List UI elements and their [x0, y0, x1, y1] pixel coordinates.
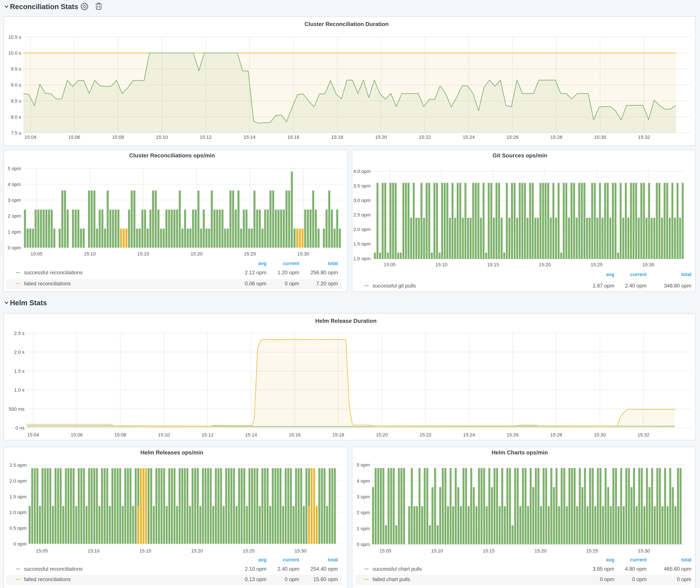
svg-text:15:20: 15:20: [191, 548, 203, 554]
svg-text:15:20: 15:20: [376, 432, 388, 438]
svg-text:total: total: [681, 272, 691, 277]
svg-text:current: current: [630, 557, 647, 562]
svg-text:0 opm: 0 opm: [632, 576, 647, 582]
svg-text:15:30: 15:30: [594, 134, 606, 140]
svg-text:1.0 opm: 1.0 opm: [353, 256, 371, 261]
svg-text:15:22: 15:22: [419, 432, 431, 438]
svg-text:15:22: 15:22: [419, 134, 431, 140]
svg-text:15:28: 15:28: [550, 134, 562, 140]
svg-text:15:05: 15:05: [36, 548, 48, 554]
svg-text:15:26: 15:26: [507, 432, 519, 438]
svg-text:7.5 s: 7.5 s: [11, 130, 21, 136]
svg-text:15:25: 15:25: [243, 548, 255, 554]
svg-text:15:05: 15:05: [379, 548, 391, 554]
svg-text:8.5 s: 8.5 s: [11, 98, 21, 104]
svg-text:1.5 opm: 1.5 opm: [353, 241, 371, 247]
svg-text:15:12: 15:12: [202, 432, 213, 438]
svg-text:4.0 opm: 4.0 opm: [353, 169, 371, 174]
svg-text:3.0 opm: 3.0 opm: [353, 198, 371, 203]
svg-text:Helm Stats: Helm Stats: [10, 299, 47, 307]
svg-text:1.5 s: 1.5 s: [14, 368, 24, 374]
svg-text:1 opm: 1 opm: [357, 526, 370, 531]
svg-text:0 opm: 0 opm: [8, 245, 21, 250]
svg-text:15:15: 15:15: [483, 548, 495, 554]
svg-text:successful reconciliations: successful reconciliations: [24, 566, 83, 572]
svg-text:failed chart pulls: failed chart pulls: [373, 576, 410, 582]
svg-text:2.0 s: 2.0 s: [14, 349, 24, 355]
svg-text:0 opm: 0 opm: [357, 542, 370, 547]
svg-text:15:04: 15:04: [27, 432, 39, 438]
svg-text:15:32: 15:32: [637, 432, 649, 438]
svg-text:successful reconciliations: successful reconciliations: [24, 270, 83, 275]
svg-text:1 opm: 1 opm: [8, 229, 21, 235]
svg-text:15:25: 15:25: [586, 548, 598, 554]
svg-text:15:08: 15:08: [112, 134, 124, 140]
svg-text:2.5 opm: 2.5 opm: [10, 462, 27, 468]
svg-text:0 opm: 0 opm: [13, 541, 27, 547]
svg-text:9.0 s: 9.0 s: [11, 82, 21, 88]
svg-text:2 opm: 2 opm: [357, 510, 370, 515]
svg-text:total: total: [681, 557, 691, 562]
svg-text:total: total: [328, 557, 338, 562]
svg-text:15:20: 15:20: [375, 134, 387, 140]
svg-text:1.0 opm: 1.0 opm: [10, 510, 27, 515]
svg-text:500 ms: 500 ms: [9, 406, 24, 412]
svg-text:Helm Charts ops/min: Helm Charts ops/min: [492, 449, 548, 456]
svg-text:15:30: 15:30: [638, 548, 650, 554]
svg-text:4 opm: 4 opm: [8, 182, 21, 187]
svg-text:15:08: 15:08: [114, 432, 126, 438]
svg-text:avg: avg: [258, 261, 266, 266]
svg-text:15:30: 15:30: [594, 432, 606, 438]
svg-text:2.40 opm: 2.40 opm: [625, 283, 647, 289]
svg-text:5 opm: 5 opm: [357, 462, 370, 468]
svg-text:15:05: 15:05: [384, 262, 396, 267]
svg-text:Cluster Reconciliation Duratio: Cluster Reconciliation Duration: [305, 21, 389, 27]
svg-text:4 opm: 4 opm: [357, 478, 370, 484]
svg-text:2 opm: 2 opm: [8, 213, 21, 219]
svg-text:Helm Release Duration: Helm Release Duration: [315, 318, 376, 324]
svg-text:2.0 opm: 2.0 opm: [353, 227, 371, 232]
svg-text:15:12: 15:12: [200, 134, 212, 140]
svg-text:15:15: 15:15: [139, 548, 151, 554]
svg-text:1.20 opm: 1.20 opm: [277, 270, 299, 275]
svg-text:15:25: 15:25: [244, 251, 256, 257]
svg-text:15:10: 15:10: [431, 548, 443, 554]
svg-text:4.80 opm: 4.80 opm: [625, 566, 647, 572]
svg-text:current: current: [630, 272, 647, 277]
svg-text:15:15: 15:15: [487, 262, 499, 267]
svg-text:successful chart pulls: successful chart pulls: [373, 566, 422, 572]
svg-text:successful git pulls: successful git pulls: [373, 283, 416, 289]
svg-text:346.80 opm: 346.80 opm: [664, 283, 691, 289]
svg-text:15:06: 15:06: [68, 134, 80, 140]
svg-text:2.0 opm: 2.0 opm: [10, 478, 27, 484]
svg-text:15.60 opm: 15.60 opm: [313, 576, 338, 582]
svg-text:15:28: 15:28: [550, 432, 562, 438]
svg-text:Reconciliation Stats: Reconciliation Stats: [10, 3, 78, 11]
svg-text:15:15: 15:15: [137, 251, 149, 257]
svg-text:2.12 opm: 2.12 opm: [245, 270, 266, 275]
svg-text:total: total: [328, 261, 338, 266]
svg-text:3.5 opm: 3.5 opm: [353, 183, 371, 189]
svg-text:Git Sources ops/min: Git Sources ops/min: [493, 152, 547, 159]
svg-text:254.40 opm: 254.40 opm: [310, 566, 338, 572]
svg-text:15:18: 15:18: [332, 432, 344, 438]
svg-text:15:10: 15:10: [88, 548, 100, 554]
svg-text:Helm Releases ops/min: Helm Releases ops/min: [140, 449, 203, 456]
svg-text:current: current: [283, 261, 299, 266]
svg-text:15:32: 15:32: [638, 134, 650, 140]
svg-text:15:10: 15:10: [156, 134, 168, 140]
svg-text:15:16: 15:16: [289, 432, 301, 438]
svg-text:2.40 opm: 2.40 opm: [277, 566, 299, 572]
svg-text:1.5 opm: 1.5 opm: [10, 494, 27, 499]
svg-text:2.5 s: 2.5 s: [14, 331, 24, 336]
svg-text:Cluster Reconciliations ops/mi: Cluster Reconciliations ops/min: [129, 152, 215, 159]
svg-text:failed reconciliations: failed reconciliations: [24, 576, 71, 582]
svg-text:15:25: 15:25: [591, 262, 603, 267]
svg-text:0 opm: 0 opm: [285, 281, 299, 286]
svg-text:8.0 s: 8.0 s: [11, 114, 21, 120]
svg-text:15:10: 15:10: [158, 432, 170, 438]
svg-text:2.5 opm: 2.5 opm: [353, 212, 371, 218]
svg-text:3 opm: 3 opm: [357, 494, 370, 499]
svg-text:0 opm: 0 opm: [285, 576, 299, 582]
svg-text:0 opm: 0 opm: [600, 576, 614, 582]
